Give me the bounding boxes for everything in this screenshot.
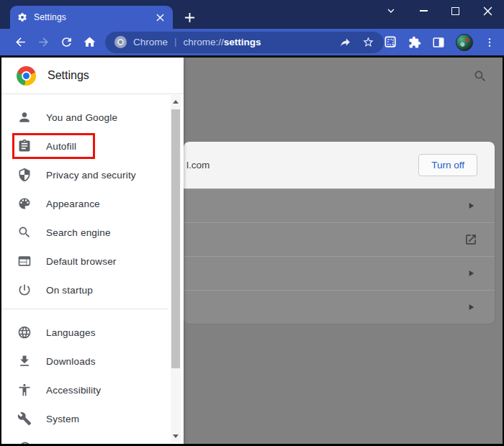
snip-icon[interactable] [384, 35, 397, 49]
sidebar-item-search-engine[interactable]: Search engine [1, 218, 184, 247]
url-scheme: chrome:// [183, 37, 223, 47]
sidebar-item-on-startup[interactable]: On startup [1, 276, 184, 304]
toolbar: Chrome | chrome://settings [0, 29, 504, 55]
plus-icon [184, 12, 195, 23]
settings-row[interactable] [184, 290, 495, 324]
close-icon[interactable] [483, 6, 492, 16]
tab-settings[interactable]: Settings [10, 6, 173, 29]
toolbar-actions [384, 34, 495, 51]
chevron-right-icon [466, 201, 476, 211]
settings-row[interactable] [184, 256, 495, 290]
accessibility-icon [17, 383, 32, 397]
person-icon [17, 110, 32, 124]
search-icon[interactable] [473, 69, 487, 83]
sync-account-row: l.com Turn off [184, 142, 495, 188]
scrollbar-thumb[interactable] [171, 109, 180, 368]
chevron-down-icon[interactable] [386, 6, 396, 16]
gear-icon [17, 12, 27, 22]
menu-divider [1, 309, 168, 309]
wrench-icon [17, 411, 32, 426]
open-in-new-icon [464, 233, 477, 246]
page-title: Settings [48, 69, 89, 82]
settings-menu: You and Google Autofill Privacy and secu… [1, 94, 184, 444]
reload-button[interactable] [55, 32, 78, 53]
side-panel-icon[interactable] [432, 36, 445, 49]
sidebar-item-autofill[interactable]: Autofill [1, 132, 184, 160]
window-controls [386, 2, 492, 19]
settings-row[interactable] [184, 188, 495, 222]
sidebar-item-label: Default browser [46, 256, 117, 267]
sidebar-item-label: System [46, 414, 79, 424]
titlebar: Settings [0, 0, 504, 29]
tab-title: Settings [34, 12, 155, 22]
search-icon [17, 225, 32, 240]
close-icon[interactable] [155, 12, 166, 23]
reset-icon [17, 440, 32, 444]
palette-icon [17, 196, 32, 211]
sidebar-item-label: On startup [46, 285, 93, 296]
new-tab-button[interactable] [180, 8, 199, 27]
sidebar-item-label: Privacy and security [46, 170, 136, 181]
avatar[interactable] [456, 34, 473, 51]
chevron-right-icon [466, 302, 476, 312]
chrome-logo-icon [17, 66, 36, 86]
settings-card: l.com Turn off [184, 142, 495, 324]
scroll-down-icon[interactable] [171, 431, 181, 441]
settings-drawer: Settings You and Google Autofill Privacy… [1, 58, 184, 444]
drawer-header: Settings [1, 58, 184, 94]
sidebar-item-label: Search engine [46, 227, 111, 238]
page-content: l.com Turn off [0, 58, 504, 446]
sidebar-item-privacy-and-security[interactable]: Privacy and security [1, 160, 184, 189]
arrow-left-icon [14, 35, 27, 49]
browser-window: Settings [0, 0, 504, 446]
chrome-logo-icon [114, 36, 127, 48]
omnibox-url[interactable]: chrome://settings [183, 37, 328, 47]
settings-row[interactable] [184, 222, 495, 256]
kebab-menu-icon[interactable] [484, 37, 495, 48]
drawer-scrollbar[interactable] [171, 95, 181, 442]
sidebar-item-label: You and Google [46, 112, 117, 123]
power-icon [17, 283, 32, 297]
star-icon[interactable] [362, 36, 374, 48]
back-button[interactable] [9, 32, 32, 53]
shield-icon [17, 168, 32, 182]
sidebar-item-downloads[interactable]: Downloads [1, 347, 184, 376]
url-host: settings [224, 37, 261, 47]
sidebar-item-label: Languages [46, 327, 96, 338]
sidebar-item-appearance[interactable]: Appearance [1, 189, 184, 218]
minimize-icon[interactable] [420, 10, 428, 12]
address-bar[interactable]: Chrome | chrome://settings [105, 32, 384, 53]
globe-icon [17, 325, 32, 340]
sidebar-item-you-and-google[interactable]: You and Google [1, 103, 184, 132]
omnibox-site-label: Chrome [133, 37, 168, 47]
sidebar-item-label: Accessibility [46, 385, 101, 396]
sidebar-item-label: Downloads [46, 356, 96, 367]
clipboard-icon [17, 139, 32, 153]
forward-button[interactable] [32, 32, 55, 53]
sidebar-item-label: Reset and clean up [46, 442, 132, 445]
arrow-right-icon [37, 35, 50, 49]
sidebar-item-languages[interactable]: Languages [1, 318, 184, 347]
omnibox-separator: | [174, 36, 176, 47]
sidebar-item-accessibility[interactable]: Accessibility [1, 376, 184, 404]
download-icon [17, 354, 32, 368]
account-text: l.com [186, 160, 210, 170]
scroll-up-icon[interactable] [171, 96, 181, 106]
turn-off-button[interactable]: Turn off [418, 154, 477, 176]
sidebar-item-label: Autofill [46, 141, 76, 152]
home-icon [83, 35, 96, 49]
puzzle-icon[interactable] [408, 36, 421, 49]
home-button[interactable] [78, 32, 101, 53]
reload-icon [60, 35, 73, 49]
chevron-right-icon [466, 268, 476, 278]
sidebar-item-default-browser[interactable]: Default browser [1, 247, 184, 276]
sidebar-item-label: Appearance [46, 199, 100, 209]
maximize-icon[interactable] [451, 7, 459, 15]
browser-window-icon [17, 254, 32, 268]
sidebar-item-system[interactable]: System [1, 404, 184, 433]
share-icon[interactable] [339, 36, 351, 48]
sidebar-item-reset-and-clean-up[interactable]: Reset and clean up [1, 433, 184, 444]
